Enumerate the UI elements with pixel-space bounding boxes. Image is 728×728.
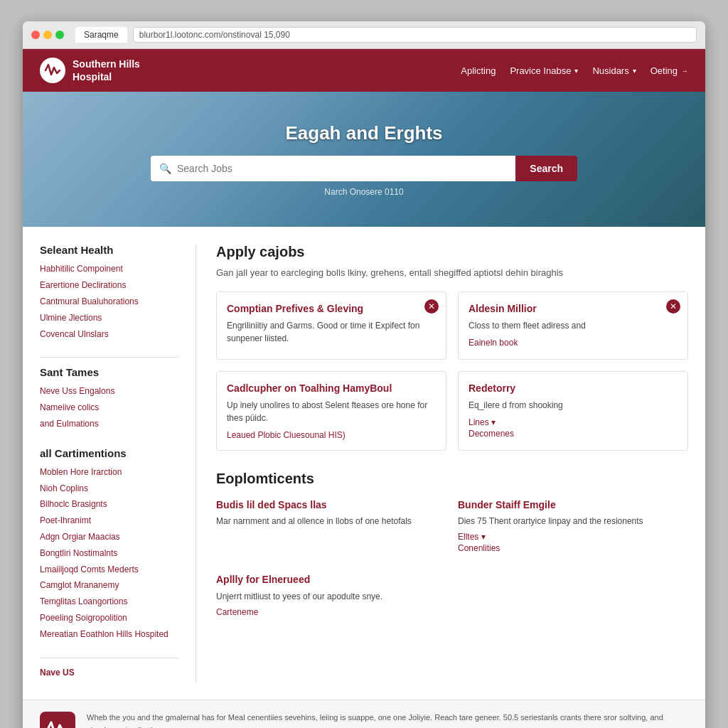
job-card-2-text: Closs to them fleet adiress and (469, 319, 678, 332)
nav-links: Aplicting Pravice Inabse ▾ Nusidars ▾ Oe… (461, 65, 688, 76)
sidebar-link-3-11[interactable]: Mereatian Eoathlon Hills Hospited (40, 628, 178, 641)
employ-item-3-title: Apllly for Elnerueed (216, 573, 446, 586)
employ-item-3-text: Unjerrt mitliust to yees of our apodulte… (216, 590, 446, 603)
sidebar-bottom-link[interactable]: Nave US (40, 667, 178, 679)
content-area: Apply cajobs Gan jall year to earcleging… (196, 244, 688, 682)
sidebar-link-1-3[interactable]: Cantmural Bualuhorations (40, 296, 178, 308)
browser-url-bar[interactable]: blurbor1l.lootonc.com/onstinoval 15,090 (133, 27, 697, 43)
nav-applying[interactable]: Aplicting (461, 65, 496, 76)
job-card-4-title: Redetorry (469, 382, 678, 395)
job-card-4-text: Eq_ilere d from shooking (469, 399, 678, 412)
nav-visitors[interactable]: Nusidars ▾ (592, 65, 636, 76)
sidebar-link-3-2[interactable]: Nioh Coplins (40, 483, 178, 495)
job-card-3-title: Cadlcupher on Toalhing HamyBoul (227, 382, 436, 395)
sidebar-section-2: Sant Tames Neve Uss Engalons Nameiive co… (40, 366, 178, 429)
close-dot[interactable] (31, 31, 40, 39)
employment-grid: Budis lil ded Spacs llas Mar narnment an… (216, 498, 688, 625)
logo-icon (40, 58, 65, 83)
search-button[interactable]: Search (515, 156, 577, 181)
nav-provider-arrow: ▾ (574, 67, 578, 75)
job-card-2-link[interactable]: Eaineln book (469, 338, 518, 348)
search-bar: 🔍 Search (151, 156, 577, 181)
main-content: Seleant Health Habhitilic Compoinent Ear… (23, 227, 705, 700)
browser-window: Saraqme blurbor1l.lootonc.com/onstinoval… (23, 21, 705, 728)
job-card-2-close[interactable]: ✕ (666, 299, 680, 314)
logo-area: Southern Hills Hospital (40, 58, 140, 83)
maximize-dot[interactable] (55, 31, 64, 39)
browser-chrome: Saraqme blurbor1l.lootonc.com/onstinoval… (23, 21, 705, 49)
job-card-1-close[interactable]: ✕ (424, 299, 439, 314)
employ-item-2-link[interactable]: Elltes ▾ Conenlities (458, 532, 500, 553)
apply-section-title: Apply cajobs (216, 244, 688, 260)
job-card-3-link[interactable]: Leaued Plobic Cluesounal HIS) (227, 430, 346, 440)
nav-visitors-arrow: ▾ (633, 67, 636, 75)
employ-item-1: Budis lil ded Spacs llas Mar narnment an… (216, 498, 446, 553)
sidebar-link-2-3[interactable]: and Eulmations (40, 418, 178, 430)
sidebar-link-3-10[interactable]: Poeeling Soigropolition (40, 612, 178, 624)
sidebar-link-3-3[interactable]: Bilhoclc Brasignts (40, 498, 178, 510)
search-input-wrapper: 🔍 (151, 156, 515, 181)
site-footer: Wheb the you and the gmalernal has for M… (23, 700, 705, 728)
sidebar-link-3-9[interactable]: Temglitas Loangortions (40, 596, 178, 608)
sidebar-link-2-2[interactable]: Nameiive colics (40, 402, 178, 414)
sidebar-link-1-5[interactable]: Covencal Ulnslars (40, 328, 178, 341)
sidebar-link-3-7[interactable]: Lmaiiljoqd Comts Mederts (40, 564, 178, 576)
sidebar-section-1-title: Seleant Health (40, 244, 178, 256)
sidebar-divider-2 (40, 658, 178, 658)
logo-svg (44, 63, 61, 77)
hero-sub-text: Narch Onosere 0110 (324, 187, 403, 197)
job-card-3: Cadlcupher on Toalhing HamyBoul Up inely… (216, 371, 446, 451)
job-card-2: ✕ Aldesin Millior Closs to them fleet ad… (458, 291, 688, 360)
apply-section-desc: Gan jall year to earcleging bolls lkiny,… (216, 266, 688, 280)
search-icon: 🔍 (159, 163, 171, 174)
employ-item-2: Bunder Staiff Emgile Dies 75 Thent orart… (458, 498, 688, 553)
nav-careers[interactable]: Oeting → (651, 65, 688, 76)
employ-item-2-title: Bunder Staiff Emgile (458, 498, 688, 511)
sidebar-link-3-4[interactable]: Poet-Ihranimt (40, 515, 178, 527)
hero-title: Eagah and Erghts (285, 122, 442, 144)
logo-text: Southern Hills Hospital (73, 58, 140, 83)
sidebar: Seleant Health Habhitilic Compoinent Ear… (40, 244, 196, 682)
browser-dots (31, 31, 64, 39)
sidebar-link-3-1[interactable]: Moblen Hore Irarction (40, 466, 178, 478)
job-card-1-title: Comptian Prefives & Gleving (227, 302, 436, 315)
nav-provider[interactable]: Pravice Inabse ▾ (510, 65, 578, 76)
browser-tab[interactable]: Saraqme (75, 27, 127, 43)
sidebar-link-1-2[interactable]: Earertione Declirations (40, 279, 178, 291)
job-card-4: Redetorry Eq_ilere d from shooking Lines… (458, 371, 688, 451)
sidebar-link-3-8[interactable]: Camglot Mrananemy (40, 579, 178, 592)
employ-item-3: Apllly for Elnerueed Unjerrt mitliust to… (216, 573, 446, 616)
sidebar-section-1: Seleant Health Habhitilic Compoinent Ear… (40, 244, 178, 340)
search-input[interactable] (177, 156, 507, 181)
employ-item-3-link[interactable]: Carteneme (216, 607, 258, 617)
sidebar-divider-1 (40, 357, 178, 358)
sidebar-link-3-6[interactable]: Bongtliri Nostimalnts (40, 547, 178, 560)
hero-section: Eagah and Erghts 🔍 Search Narch Onosere … (23, 92, 705, 227)
sidebar-section-2-title: Sant Tames (40, 366, 178, 378)
minimize-dot[interactable] (43, 31, 52, 39)
footer-logo (40, 712, 75, 728)
employ-item-2-text: Dies 75 Thent orartyice linpay and the r… (458, 515, 688, 528)
employment-title: Eoplomticents (216, 471, 688, 487)
job-card-1: ✕ Comptian Prefives & Gleving Engrilinii… (216, 291, 446, 360)
sidebar-link-1-4[interactable]: Ulmine Jlections (40, 312, 178, 324)
job-cards-grid: ✕ Comptian Prefives & Gleving Engrilinii… (216, 291, 688, 451)
employ-item-1-title: Budis lil ded Spacs llas (216, 498, 446, 511)
sidebar-link-2-1[interactable]: Neve Uss Engalons (40, 385, 178, 397)
sidebar-link-1-1[interactable]: Habhitilic Compoinent (40, 263, 178, 275)
nav-careers-arrow: → (681, 67, 688, 75)
sidebar-section-3: all Cartimentions Moblen Hore Irarction … (40, 447, 178, 641)
site-header: Southern Hills Hospital Aplicting Pravic… (23, 49, 705, 92)
job-card-2-title: Aldesin Millior (469, 302, 678, 315)
sidebar-section-3-title: all Cartimentions (40, 447, 178, 459)
footer-logo-svg (46, 720, 69, 728)
sidebar-link-3-5[interactable]: Adgn Orgiar Maacias (40, 531, 178, 543)
employ-item-1-text: Mar narnment and al ollence in llobs of … (216, 515, 446, 528)
job-card-3-text: Up inely unolires to abost Selent ftease… (227, 399, 436, 424)
footer-text: Wheb the you and the gmalernal has for M… (87, 712, 688, 728)
job-card-1-text: Engriliniitiy and Garms. Good or time it… (227, 319, 436, 345)
job-card-4-link[interactable]: Lines ▾ Decomenes (469, 417, 514, 439)
